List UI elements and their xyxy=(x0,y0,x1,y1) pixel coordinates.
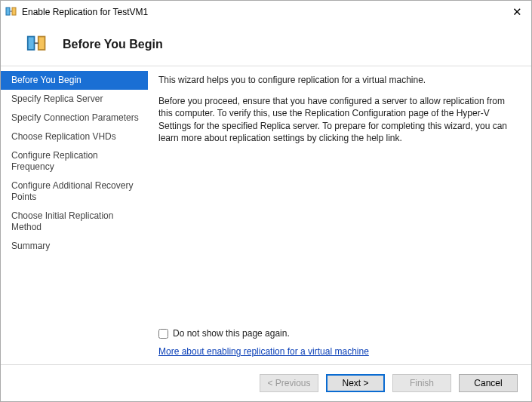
wizard-footer: < Previous Next > Finish Cancel xyxy=(1,364,531,401)
sidebar-step-2[interactable]: Specify Connection Parameters xyxy=(1,109,148,127)
wizard-steps-sidebar: Before You BeginSpecify Replica ServerSp… xyxy=(1,66,148,364)
sidebar-step-7[interactable]: Summary xyxy=(1,237,148,256)
dont-show-again-checkbox[interactable] xyxy=(158,329,168,339)
svg-rect-4 xyxy=(38,37,45,51)
close-icon[interactable]: ✕ xyxy=(509,5,525,19)
finish-button: Finish xyxy=(392,374,451,392)
previous-button: < Previous xyxy=(260,374,318,392)
wizard-content: This wizard helps you to configure repli… xyxy=(148,66,531,364)
titlebar: Enable Replication for TestVM1 ✕ xyxy=(1,1,531,23)
next-button[interactable]: Next > xyxy=(326,374,385,392)
sidebar-step-5[interactable]: Configure Additional Recovery Points xyxy=(1,176,148,207)
svg-rect-0 xyxy=(6,8,10,15)
sidebar-step-3[interactable]: Choose Replication VHDs xyxy=(1,127,148,146)
body-text: Before you proceed, ensure that you have… xyxy=(158,95,516,144)
help-link[interactable]: More about enabling replication for a vi… xyxy=(158,346,516,357)
intro-text: This wizard helps you to configure repli… xyxy=(158,74,516,86)
sidebar-step-0[interactable]: Before You Begin xyxy=(1,71,148,90)
sidebar-step-1[interactable]: Specify Replica Server xyxy=(1,90,148,109)
replication-icon xyxy=(5,6,17,18)
dont-show-again-label: Do not show this page again. xyxy=(173,328,290,339)
sidebar-step-4[interactable]: Configure Replication Frequency xyxy=(1,146,148,176)
window-title: Enable Replication for TestVM1 xyxy=(22,7,148,17)
wizard-header: Before You Begin xyxy=(1,23,531,66)
svg-rect-1 xyxy=(12,8,16,15)
dont-show-again-row[interactable]: Do not show this page again. xyxy=(158,328,516,339)
wizard-body: Before You BeginSpecify Replica ServerSp… xyxy=(1,66,531,364)
svg-rect-3 xyxy=(28,37,35,51)
page-title: Before You Begin xyxy=(63,38,163,51)
sidebar-step-6[interactable]: Choose Initial Replication Method xyxy=(1,207,148,237)
replication-icon xyxy=(26,34,48,55)
cancel-button[interactable]: Cancel xyxy=(459,374,518,392)
